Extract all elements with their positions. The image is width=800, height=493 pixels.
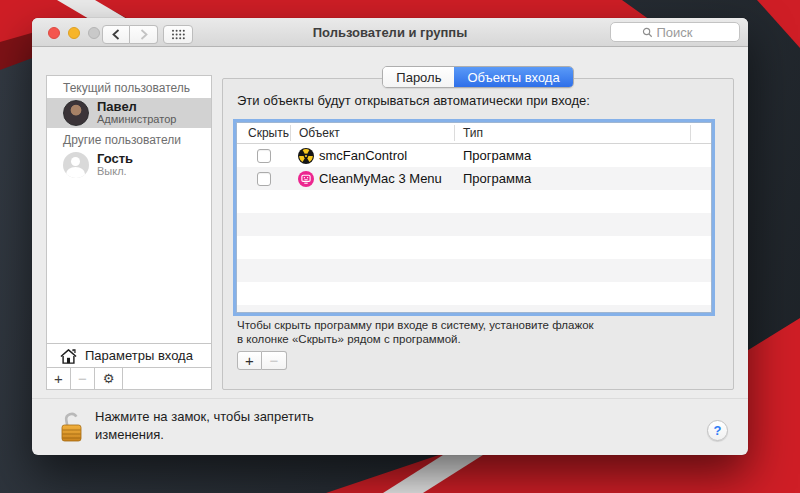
user-list-sidebar: Текущий пользователь Павел Администратор… [46,75,212,390]
tab-bar: Пароль Объекты входа [222,66,734,88]
zoom-button-disabled [88,27,100,39]
remove-login-item-button-disabled: − [262,351,287,370]
login-item-name: CleanMyMac 3 Menu [319,171,442,186]
hide-checkbox[interactable] [257,149,271,163]
sidebar-toolbar: + − ⚙ [47,367,211,389]
sidebar-item-guest[interactable]: Гость Выкл. [47,150,211,180]
user-name: Павел [97,100,176,114]
add-user-button[interactable]: + [47,368,71,389]
column-separator [454,125,455,141]
hide-hint-text: Чтобы скрыть программу при входе в систе… [237,318,594,347]
add-remove-group: + − [237,351,287,370]
chevron-right-icon [140,29,148,40]
table-body: smcFanControl Программа CleanMyMac 3 Men… [237,144,711,312]
users-groups-window: Пользователи и группы Текущий пользовате… [32,18,748,455]
user-role: Выкл. [97,166,133,178]
table-row[interactable]: CleanMyMac 3 Menu Программа [237,167,711,190]
search-icon [642,27,653,38]
column-header-hide[interactable]: Скрыть [248,126,289,140]
login-items-table[interactable]: Скрыть Объект Тип [236,122,712,313]
lock-instruction-text: Нажмите на замок, чтобы запретить измене… [95,408,314,444]
column-header-object[interactable]: Объект [299,126,340,140]
traffic-lights [48,27,100,39]
show-all-button[interactable] [163,25,193,44]
close-button[interactable] [48,27,60,39]
forward-button-disabled [130,25,158,44]
column-separator [690,125,691,141]
add-login-item-button[interactable]: + [237,351,262,370]
column-separator [290,125,291,141]
smcfancontrol-icon [298,148,314,164]
login-item-type: Программа [463,148,531,163]
home-icon [59,347,78,365]
grid-icon [171,29,186,40]
help-button[interactable]: ? [707,420,728,441]
titlebar[interactable]: Пользователи и группы [32,18,748,47]
footer: Нажмите на замок, чтобы запретить измене… [32,398,748,455]
tab-password[interactable]: Пароль [383,67,454,87]
user-avatar [63,100,89,126]
nav-buttons [102,25,158,44]
gear-icon[interactable]: ⚙ [95,368,123,389]
minimize-button[interactable] [68,27,80,39]
user-role: Администратор [97,114,176,126]
cleanmymac-icon [298,171,314,187]
login-item-type: Программа [463,171,531,186]
back-button[interactable] [102,25,130,44]
table-row[interactable]: smcFanControl Программа [237,144,711,167]
lock-icon[interactable] [58,409,86,445]
column-header-type[interactable]: Тип [463,126,483,140]
other-users-section-header: Другие пользователи [47,128,211,150]
chevron-left-icon [112,29,120,40]
tab-login-items[interactable]: Объекты входа [454,67,572,87]
login-options-item[interactable]: Параметры входа [47,343,211,367]
table-header: Скрыть Объект Тип [237,123,711,144]
hide-checkbox[interactable] [257,172,271,186]
login-item-name: smcFanControl [319,148,407,163]
guest-avatar-icon [63,152,89,178]
search-input[interactable] [657,25,709,40]
current-user-section-header: Текущий пользователь [47,76,211,98]
sidebar-item-pavel[interactable]: Павел Администратор [47,98,211,128]
login-items-panel: Эти объекты будут открываться автоматиче… [222,78,734,390]
user-name: Гость [97,152,133,166]
remove-user-button-disabled: − [71,368,95,389]
login-options-label: Параметры входа [85,348,193,363]
search-field[interactable] [610,22,740,42]
login-items-instruction: Эти объекты будут открываться автоматиче… [237,93,590,108]
